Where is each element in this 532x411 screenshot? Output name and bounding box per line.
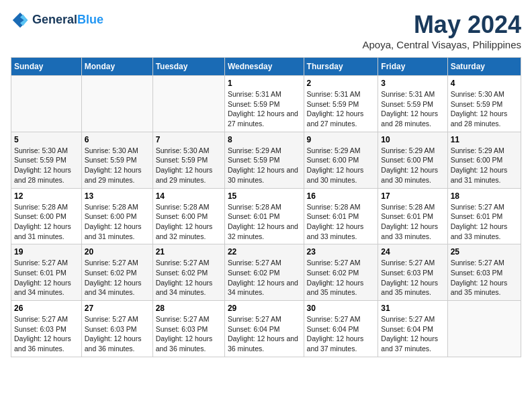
day-number: 27 bbox=[85, 304, 150, 313]
calendar-cell: 31Sunrise: 5:27 AMSunset: 6:04 PMDayligh… bbox=[378, 301, 447, 357]
day-number: 8 bbox=[228, 135, 301, 144]
calendar-cell: 28Sunrise: 5:27 AMSunset: 6:03 PMDayligh… bbox=[152, 301, 224, 357]
day-info: Sunrise: 5:28 AMSunset: 6:00 PMDaylight:… bbox=[85, 202, 150, 242]
day-number: 14 bbox=[156, 191, 222, 201]
calendar-table: SundayMondayTuesdayWednesdayThursdayFrid… bbox=[11, 57, 521, 357]
day-number: 3 bbox=[381, 79, 444, 88]
subtitle: Apoya, Central Visayas, Philippines bbox=[362, 39, 521, 50]
day-info: Sunrise: 5:27 AMSunset: 6:03 PMDaylight:… bbox=[381, 258, 444, 298]
day-info: Sunrise: 5:28 AMSunset: 6:01 PMDaylight:… bbox=[228, 202, 301, 242]
day-number: 31 bbox=[381, 304, 444, 313]
column-header-sunday: Sunday bbox=[11, 58, 82, 76]
week-row-3: 12Sunrise: 5:28 AMSunset: 6:00 PMDayligh… bbox=[11, 188, 521, 244]
calendar-cell bbox=[11, 76, 82, 132]
calendar-cell: 30Sunrise: 5:27 AMSunset: 6:04 PMDayligh… bbox=[304, 301, 378, 357]
week-row-4: 19Sunrise: 5:27 AMSunset: 6:01 PMDayligh… bbox=[11, 244, 521, 301]
day-info: Sunrise: 5:28 AMSunset: 6:01 PMDaylight:… bbox=[307, 202, 375, 242]
day-number: 19 bbox=[14, 247, 79, 257]
day-info: Sunrise: 5:27 AMSunset: 6:01 PMDaylight:… bbox=[14, 258, 79, 298]
calendar-cell bbox=[81, 76, 152, 132]
day-number: 4 bbox=[451, 79, 518, 88]
calendar-cell: 17Sunrise: 5:28 AMSunset: 6:01 PMDayligh… bbox=[378, 188, 447, 244]
calendar-cell bbox=[152, 76, 224, 132]
calendar-cell: 15Sunrise: 5:28 AMSunset: 6:01 PMDayligh… bbox=[224, 188, 304, 244]
day-info: Sunrise: 5:27 AMSunset: 6:04 PMDaylight:… bbox=[228, 314, 301, 354]
calendar-cell: 18Sunrise: 5:27 AMSunset: 6:01 PMDayligh… bbox=[447, 188, 521, 244]
day-info: Sunrise: 5:29 AMSunset: 6:00 PMDaylight:… bbox=[381, 146, 444, 185]
day-info: Sunrise: 5:27 AMSunset: 6:04 PMDaylight:… bbox=[307, 314, 375, 354]
calendar-cell: 20Sunrise: 5:27 AMSunset: 6:02 PMDayligh… bbox=[81, 244, 152, 301]
day-info: Sunrise: 5:27 AMSunset: 6:03 PMDaylight:… bbox=[85, 314, 150, 354]
day-info: Sunrise: 5:27 AMSunset: 6:02 PMDaylight:… bbox=[156, 258, 222, 298]
day-number: 26 bbox=[14, 304, 79, 313]
day-number: 23 bbox=[307, 247, 375, 257]
calendar-cell: 14Sunrise: 5:28 AMSunset: 6:00 PMDayligh… bbox=[152, 188, 224, 244]
day-info: Sunrise: 5:27 AMSunset: 6:03 PMDaylight:… bbox=[156, 314, 222, 354]
day-number: 1 bbox=[228, 79, 301, 88]
day-info: Sunrise: 5:31 AMSunset: 5:59 PMDaylight:… bbox=[307, 89, 375, 129]
calendar-cell: 21Sunrise: 5:27 AMSunset: 6:02 PMDayligh… bbox=[152, 244, 224, 301]
calendar-cell: 5Sunrise: 5:30 AMSunset: 5:59 PMDaylight… bbox=[11, 132, 82, 188]
day-info: Sunrise: 5:27 AMSunset: 6:02 PMDaylight:… bbox=[307, 258, 375, 298]
day-info: Sunrise: 5:29 AMSunset: 6:00 PMDaylight:… bbox=[307, 146, 375, 185]
day-number: 2 bbox=[307, 79, 375, 88]
column-header-friday: Friday bbox=[378, 58, 447, 76]
day-number: 20 bbox=[85, 247, 150, 257]
day-number: 22 bbox=[228, 247, 301, 257]
main-title: May 2024 bbox=[362, 11, 521, 39]
calendar-cell: 10Sunrise: 5:29 AMSunset: 6:00 PMDayligh… bbox=[378, 132, 447, 188]
calendar-cell: 6Sunrise: 5:30 AMSunset: 5:59 PMDaylight… bbox=[81, 132, 152, 188]
calendar-cell: 23Sunrise: 5:27 AMSunset: 6:02 PMDayligh… bbox=[304, 244, 378, 301]
day-number: 6 bbox=[85, 135, 150, 144]
column-header-saturday: Saturday bbox=[447, 58, 521, 76]
day-number: 18 bbox=[451, 191, 518, 201]
calendar-cell: 19Sunrise: 5:27 AMSunset: 6:01 PMDayligh… bbox=[11, 244, 82, 301]
day-number: 15 bbox=[228, 191, 301, 201]
day-info: Sunrise: 5:28 AMSunset: 6:00 PMDaylight:… bbox=[14, 202, 79, 242]
calendar-cell: 16Sunrise: 5:28 AMSunset: 6:01 PMDayligh… bbox=[304, 188, 378, 244]
column-header-tuesday: Tuesday bbox=[152, 58, 224, 76]
calendar-cell: 25Sunrise: 5:27 AMSunset: 6:03 PMDayligh… bbox=[447, 244, 521, 301]
column-header-monday: Monday bbox=[81, 58, 152, 76]
day-number: 5 bbox=[14, 135, 79, 144]
week-row-2: 5Sunrise: 5:30 AMSunset: 5:59 PMDaylight… bbox=[11, 132, 521, 188]
logo-text: GeneralBlue bbox=[32, 13, 103, 27]
logo-icon bbox=[11, 11, 30, 30]
day-info: Sunrise: 5:29 AMSunset: 5:59 PMDaylight:… bbox=[228, 146, 301, 185]
calendar-cell: 24Sunrise: 5:27 AMSunset: 6:03 PMDayligh… bbox=[378, 244, 447, 301]
day-info: Sunrise: 5:29 AMSunset: 6:00 PMDaylight:… bbox=[451, 146, 518, 185]
calendar-cell: 9Sunrise: 5:29 AMSunset: 6:00 PMDaylight… bbox=[304, 132, 378, 188]
day-info: Sunrise: 5:30 AMSunset: 5:59 PMDaylight:… bbox=[451, 89, 518, 129]
calendar-cell: 8Sunrise: 5:29 AMSunset: 5:59 PMDaylight… bbox=[224, 132, 304, 188]
day-number: 12 bbox=[14, 191, 79, 201]
day-number: 16 bbox=[307, 191, 375, 201]
calendar-cell: 22Sunrise: 5:27 AMSunset: 6:02 PMDayligh… bbox=[224, 244, 304, 301]
day-info: Sunrise: 5:27 AMSunset: 6:03 PMDaylight:… bbox=[14, 314, 79, 354]
week-row-1: 1Sunrise: 5:31 AMSunset: 5:59 PMDaylight… bbox=[11, 76, 521, 132]
day-info: Sunrise: 5:27 AMSunset: 6:04 PMDaylight:… bbox=[381, 314, 444, 354]
calendar-cell: 12Sunrise: 5:28 AMSunset: 6:00 PMDayligh… bbox=[11, 188, 82, 244]
calendar-cell: 7Sunrise: 5:30 AMSunset: 5:59 PMDaylight… bbox=[152, 132, 224, 188]
calendar-body: 1Sunrise: 5:31 AMSunset: 5:59 PMDaylight… bbox=[11, 76, 521, 357]
calendar-cell: 27Sunrise: 5:27 AMSunset: 6:03 PMDayligh… bbox=[81, 301, 152, 357]
calendar-cell: 4Sunrise: 5:30 AMSunset: 5:59 PMDaylight… bbox=[447, 76, 521, 132]
day-number: 9 bbox=[307, 135, 375, 144]
day-number: 13 bbox=[85, 191, 150, 201]
day-info: Sunrise: 5:31 AMSunset: 5:59 PMDaylight:… bbox=[381, 89, 444, 129]
column-header-wednesday: Wednesday bbox=[224, 58, 304, 76]
week-row-5: 26Sunrise: 5:27 AMSunset: 6:03 PMDayligh… bbox=[11, 301, 521, 357]
day-number: 17 bbox=[381, 191, 444, 201]
calendar-cell bbox=[447, 301, 521, 357]
calendar-cell: 13Sunrise: 5:28 AMSunset: 6:00 PMDayligh… bbox=[81, 188, 152, 244]
day-number: 21 bbox=[156, 247, 222, 257]
day-info: Sunrise: 5:30 AMSunset: 5:59 PMDaylight:… bbox=[85, 146, 150, 185]
day-number: 25 bbox=[451, 247, 518, 257]
day-info: Sunrise: 5:31 AMSunset: 5:59 PMDaylight:… bbox=[228, 89, 301, 129]
column-header-thursday: Thursday bbox=[304, 58, 378, 76]
day-number: 7 bbox=[156, 135, 222, 144]
calendar-cell: 3Sunrise: 5:31 AMSunset: 5:59 PMDaylight… bbox=[378, 76, 447, 132]
calendar-cell: 29Sunrise: 5:27 AMSunset: 6:04 PMDayligh… bbox=[224, 301, 304, 357]
calendar-cell: 11Sunrise: 5:29 AMSunset: 6:00 PMDayligh… bbox=[447, 132, 521, 188]
page-header: GeneralBlue May 2024 Apoya, Central Visa… bbox=[11, 11, 521, 50]
day-info: Sunrise: 5:27 AMSunset: 6:01 PMDaylight:… bbox=[451, 202, 518, 242]
